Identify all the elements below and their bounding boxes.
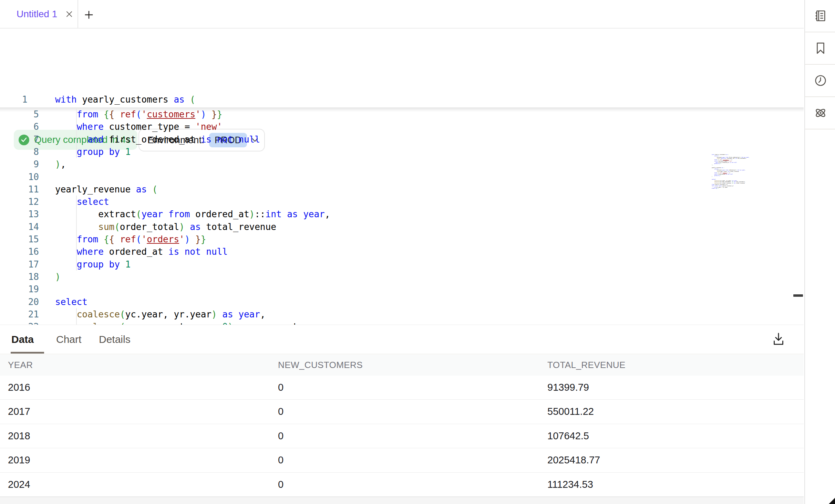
line-number: 19	[0, 283, 39, 295]
right-sidebar	[804, 0, 835, 504]
line-number: 15	[0, 233, 39, 245]
line-number: 1	[22, 92, 28, 107]
code-line-17[interactable]: 17 group by 1	[0, 258, 804, 271]
line-number: 14	[0, 221, 39, 233]
code-line-15[interactable]: 15 from {{ ref('orders') }}	[0, 233, 804, 245]
code-line-6[interactable]: 6 where customer_type = 'new'	[0, 120, 804, 133]
sql-editor[interactable]: Query completed in 4s Environment: PROD …	[0, 61, 804, 325]
cell: 91399.79	[547, 376, 589, 399]
code-line-22[interactable]: 22 coalesce(yc.new_customers, 0) as new_…	[0, 321, 804, 325]
code-line-10[interactable]: 10	[0, 171, 804, 183]
code-line-18[interactable]: 18)	[0, 271, 804, 283]
code-line-16[interactable]: 16 where ordered_at is not null	[0, 245, 804, 258]
line-number: 5	[0, 108, 39, 120]
scrollbar-marker[interactable]	[793, 294, 803, 297]
column-header-year: YEAR	[8, 355, 33, 376]
divider	[805, 64, 835, 65]
toolbar: Develop Run	[0, 29, 804, 61]
horizontal-scrollbar-track[interactable]	[0, 497, 804, 504]
notebook-outline-icon[interactable]	[814, 9, 827, 22]
tab-untitled-1[interactable]: Untitled 1	[0, 0, 78, 28]
table-row: 20170550011.22	[0, 400, 804, 424]
code-line-9[interactable]: 9),	[0, 158, 804, 170]
code-line-8[interactable]: 8 group by 1	[0, 146, 804, 158]
results-panel: DetailsChartData YEARNEW_CUSTOMERSTOTAL_…	[0, 325, 804, 504]
line-number: 9	[0, 158, 39, 170]
code-line-5[interactable]: 5 from {{ ref('customers') }}	[0, 108, 804, 120]
divider	[805, 129, 835, 129]
cell: 2025418.77	[547, 448, 600, 472]
code-line-11[interactable]: 11yearly_revenue as (	[0, 183, 804, 196]
cell: 2024	[8, 473, 30, 496]
code-line-12[interactable]: 12 select	[0, 196, 804, 208]
sql-ide-window: Untitled 1 Develop Run	[0, 0, 835, 504]
code-line-14[interactable]: 14 sum(order_total) as total_revenue	[0, 221, 804, 233]
code-line-7[interactable]: 7 and first_ordered_at is not null	[0, 133, 804, 146]
table-row: 201902025418.77	[0, 448, 804, 472]
line-number: 20	[0, 296, 39, 308]
line-number: 22	[0, 321, 39, 325]
minimap[interactable]: with yearly_customers as ( select extrac…	[712, 154, 763, 191]
code-viewport[interactable]: 5 from {{ ref('customers') }}6 where cus…	[0, 108, 804, 325]
code-line-20[interactable]: 20select	[0, 296, 804, 308]
cell: 0	[278, 400, 284, 423]
line-number: 11	[0, 183, 39, 196]
results-tab-details[interactable]: Details	[99, 325, 131, 354]
cell: 0	[278, 473, 284, 496]
table-row: 2016091399.79	[0, 376, 804, 400]
copilot-sparkle-icon[interactable]	[814, 106, 827, 119]
results-tab-bar: DetailsChartData	[0, 325, 804, 354]
table-header: YEARNEW_CUSTOMERSTOTAL_REVENUE	[0, 355, 804, 376]
cell: 2018	[8, 424, 30, 448]
cell: 107642.5	[547, 424, 589, 448]
line-number: 7	[0, 133, 39, 146]
cell: 2017	[8, 400, 30, 423]
table-row: 20240111234.53	[0, 473, 804, 497]
column-header-total_revenue: TOTAL_REVENUE	[547, 355, 626, 376]
download-icon[interactable]	[772, 332, 785, 346]
cell: 2016	[8, 376, 30, 399]
close-icon[interactable]	[65, 10, 74, 19]
history-icon[interactable]	[814, 74, 827, 87]
line-number: 18	[0, 271, 39, 283]
sticky-code-line[interactable]: 1with yearly_customers as (	[0, 92, 804, 107]
line-number: 10	[0, 171, 39, 183]
tab-bar: Untitled 1	[0, 0, 804, 29]
cell: 0	[278, 448, 284, 472]
line-number: 17	[0, 258, 39, 271]
bookmark-icon[interactable]	[814, 42, 827, 55]
code-line-21[interactable]: 21 coalesce(yc.year, yr.year) as year,	[0, 308, 804, 321]
table-body: 2016091399.7920170550011.2220180107642.5…	[0, 376, 804, 497]
line-number: 12	[0, 196, 39, 208]
divider	[805, 96, 835, 97]
cell: 550011.22	[547, 400, 594, 423]
column-header-new_customers: NEW_CUSTOMERS	[278, 355, 363, 376]
code-line-19[interactable]: 19	[0, 283, 804, 295]
cell: 0	[278, 424, 284, 448]
results-tab-data[interactable]: Data	[11, 325, 34, 354]
line-number: 16	[0, 245, 39, 258]
resize-corner[interactable]	[829, 498, 835, 504]
active-tab-underline	[11, 352, 44, 354]
table-row: 20180107642.5	[0, 424, 804, 448]
line-number: 8	[0, 146, 39, 158]
code-line-13[interactable]: 13 extract(year from ordered_at)::int as…	[0, 208, 804, 220]
cell: 0	[278, 376, 284, 399]
line-number: 13	[0, 208, 39, 220]
cell: 111234.53	[547, 473, 593, 496]
line-number: 21	[0, 308, 39, 321]
line-number: 6	[0, 120, 39, 133]
divider	[805, 32, 835, 32]
cell: 2019	[8, 448, 30, 472]
results-tab-chart[interactable]: Chart	[56, 325, 81, 354]
new-tab-plus-icon[interactable]	[84, 10, 94, 20]
tab-title[interactable]: Untitled 1	[17, 9, 57, 20]
